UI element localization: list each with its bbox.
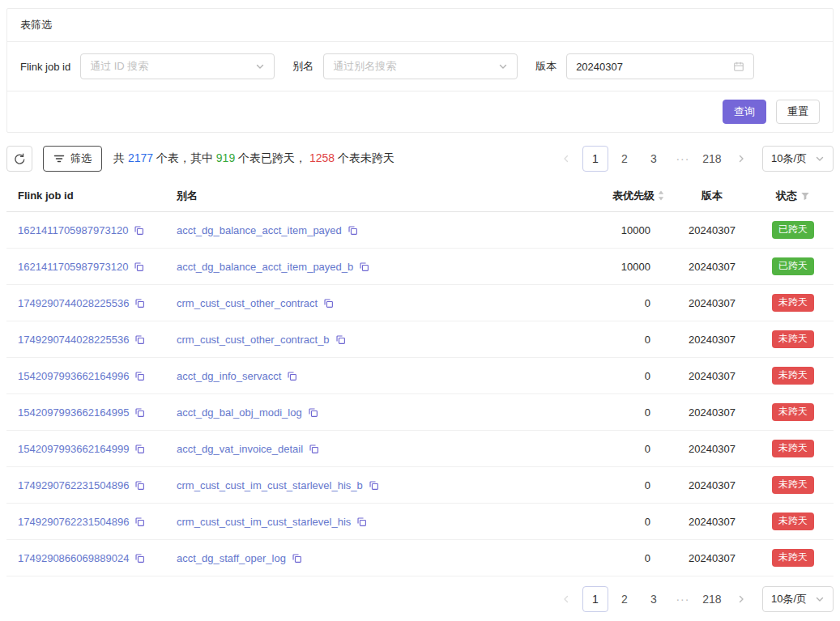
copy-icon[interactable] <box>134 480 145 491</box>
version-cell: 20240307 <box>672 224 753 236</box>
flink-job-id-select[interactable]: 通过 ID 搜索 <box>80 53 275 79</box>
copy-icon[interactable] <box>308 407 318 418</box>
query-button[interactable]: 查询 <box>723 100 766 124</box>
sort-icon[interactable] <box>657 189 665 202</box>
copy-icon[interactable] <box>134 517 145 527</box>
alias-select[interactable]: 通过别名搜索 <box>323 53 518 79</box>
table-row: 1542097993662164995 acct_dg_bal_obj_modi… <box>6 394 834 431</box>
prev-page-button[interactable] <box>553 586 579 612</box>
copy-icon[interactable] <box>134 371 145 381</box>
copy-icon[interactable] <box>348 225 358 236</box>
copy-icon[interactable] <box>292 553 302 564</box>
table-body: 1621411705987973120 acct_dg_balance_acct… <box>6 212 834 576</box>
page-button-3[interactable]: 3 <box>641 146 667 172</box>
job-id-link[interactable]: 1542097993662164995 <box>18 406 129 419</box>
alias-link[interactable]: crm_cust_cust_other_contract_b <box>177 334 330 346</box>
filter-actions: 查询 重置 <box>7 91 833 132</box>
job-id-link[interactable]: 1542097993662164996 <box>18 370 129 382</box>
summary-part: 2177 <box>128 151 153 164</box>
status-badge: 未跨天 <box>772 367 814 385</box>
job-id-link[interactable]: 1749290762231504896 <box>18 516 129 528</box>
chevron-down-icon <box>498 62 508 71</box>
status-badge: 未跨天 <box>772 513 814 530</box>
alias-placeholder: 通过别名搜索 <box>333 59 396 74</box>
copy-icon[interactable] <box>134 298 145 308</box>
job-id-link[interactable]: 1542097993662164999 <box>18 443 129 455</box>
alias-link[interactable]: crm_cust_cust_other_contract <box>177 297 318 309</box>
version-date-input[interactable]: 20240307 <box>566 53 754 79</box>
filter-funnel-icon[interactable] <box>800 191 810 201</box>
alias-link[interactable]: acct_dg_balance_acct_item_payed_b <box>177 261 353 273</box>
alias-link[interactable]: crm_cust_cust_im_cust_starlevel_his <box>177 516 351 528</box>
pagination-ellipsis[interactable]: ··· <box>670 146 696 172</box>
copy-icon[interactable] <box>134 225 144 236</box>
copy-icon[interactable] <box>134 262 144 272</box>
filter-field-flink-job-id: Flink job id 通过 ID 搜索 <box>20 53 275 79</box>
page-button-218[interactable]: 218 <box>699 586 725 612</box>
refresh-button[interactable] <box>6 146 32 172</box>
copy-icon[interactable] <box>134 407 145 418</box>
alias-link[interactable]: acct_dg_vat_invoice_detail <box>177 443 303 455</box>
version-cell: 20240307 <box>672 297 753 309</box>
status-badge: 未跨天 <box>772 403 814 421</box>
copy-icon[interactable] <box>323 298 334 308</box>
priority-cell: 0 <box>534 370 672 382</box>
version-label: 版本 <box>535 59 556 74</box>
filter-field-alias: 别名 通过别名搜索 <box>292 53 518 79</box>
page-size-select[interactable]: 10条/页 <box>762 586 834 612</box>
version-cell: 20240307 <box>672 552 753 564</box>
job-id-link[interactable]: 1621411705987973120 <box>18 224 128 236</box>
pagination: 123···21810条/页 <box>553 146 834 172</box>
filter-form: Flink job id 通过 ID 搜索 别名 通过别名搜索 <box>7 42 833 91</box>
page-button-1[interactable]: 1 <box>582 146 608 172</box>
column-header-alias: 别名 <box>177 189 534 203</box>
table-row: 1621411705987973120 acct_dg_balance_acct… <box>6 249 834 285</box>
flink-job-id-label: Flink job id <box>20 61 70 73</box>
alias-link[interactable]: acct_dg_balance_acct_item_payed <box>177 224 342 236</box>
copy-icon[interactable] <box>134 553 145 564</box>
copy-icon[interactable] <box>309 444 319 454</box>
alias-link[interactable]: crm_cust_cust_im_cust_starlevel_his_b <box>177 479 363 491</box>
page-button-2[interactable]: 2 <box>612 146 637 172</box>
job-id-link[interactable]: 1749290762231504896 <box>18 479 129 491</box>
version-cell: 20240307 <box>672 261 753 273</box>
job-id-link[interactable]: 1749290866069889024 <box>18 552 129 564</box>
copy-icon[interactable] <box>287 371 297 381</box>
pagination-ellipsis[interactable]: ··· <box>670 586 696 612</box>
alias-link[interactable]: acct_dg_bal_obj_modi_log <box>177 406 302 419</box>
job-id-link[interactable]: 1621411705987973120 <box>18 261 128 273</box>
page-size-select[interactable]: 10条/页 <box>762 146 834 172</box>
copy-icon[interactable] <box>335 334 346 345</box>
page-button-218[interactable]: 218 <box>699 146 725 172</box>
page-button-3[interactable]: 3 <box>641 586 667 612</box>
copy-icon[interactable] <box>356 517 367 527</box>
chevron-right-icon <box>736 154 746 164</box>
priority-cell: 10000 <box>534 224 672 236</box>
copy-icon[interactable] <box>359 262 369 272</box>
next-page-button[interactable] <box>728 146 754 172</box>
summary-part: 919 <box>216 151 235 164</box>
alias-link[interactable]: acct_dg_staff_oper_log <box>177 552 286 564</box>
table-row: 1749290744028225536 crm_cust_cust_other_… <box>6 321 834 358</box>
chevron-left-icon <box>561 594 571 604</box>
priority-cell: 0 <box>534 516 672 528</box>
copy-icon[interactable] <box>369 480 379 491</box>
job-id-link[interactable]: 1749290744028225536 <box>18 297 129 309</box>
filter-toggle-button[interactable]: 筛选 <box>43 146 102 172</box>
prev-page-button[interactable] <box>553 146 579 172</box>
copy-icon[interactable] <box>134 444 145 454</box>
alias-link[interactable]: acct_dg_info_servacct <box>177 370 281 382</box>
status-badge: 未跨天 <box>772 440 814 457</box>
job-id-link[interactable]: 1749290744028225536 <box>18 334 129 346</box>
summary-part: 个表未跨天 <box>335 151 394 164</box>
summary-part: 1258 <box>309 151 335 164</box>
chevron-left-icon <box>561 154 571 164</box>
table-row: 1542097993662164999 acct_dg_vat_invoice_… <box>6 431 834 467</box>
page-button-1[interactable]: 1 <box>582 586 608 612</box>
page-button-2[interactable]: 2 <box>612 586 637 612</box>
filter-panel: 表筛选 Flink job id 通过 ID 搜索 别名 通过别名搜索 <box>6 8 834 133</box>
column-header-priority[interactable]: 表优先级 <box>534 189 672 203</box>
reset-button[interactable]: 重置 <box>776 100 820 124</box>
copy-icon[interactable] <box>134 334 145 345</box>
next-page-button[interactable] <box>728 586 754 612</box>
